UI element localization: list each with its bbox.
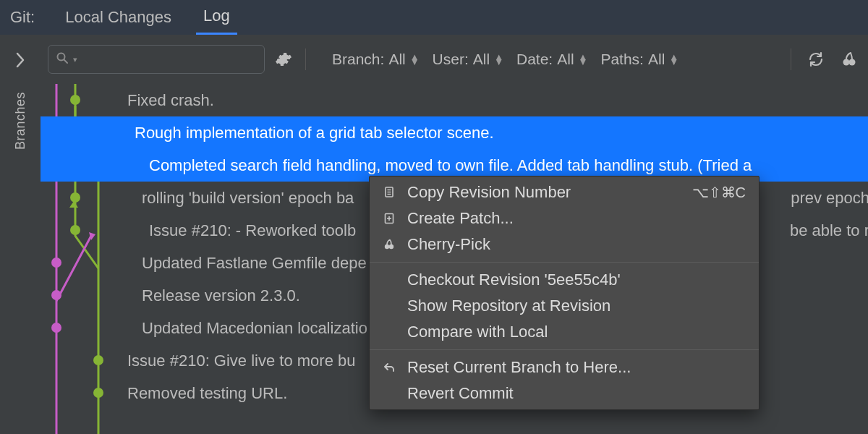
- filter-user-label: User:: [433, 51, 469, 68]
- filter-paths-value: All: [648, 51, 665, 68]
- menu-revert-commit[interactable]: Revert Commit: [370, 380, 759, 407]
- commit-message: Updated Macedonian localizatio: [142, 319, 367, 338]
- search-input-wrapper[interactable]: ▾: [48, 45, 265, 74]
- menu-create-patch[interactable]: Create Patch...: [370, 205, 759, 231]
- patch-icon: [380, 212, 399, 225]
- tab-log[interactable]: Log: [196, 0, 237, 35]
- filter-paths[interactable]: Paths: All ▲▼: [600, 51, 678, 68]
- filter-branch-value: All: [388, 51, 405, 68]
- updown-icon: ▲▼: [579, 54, 588, 64]
- tab-local-changes[interactable]: Local Changes: [58, 1, 179, 34]
- commit-message: rolling 'build version' epoch ba: [142, 189, 354, 208]
- menu-item-label: Show Repository at Revision: [407, 297, 610, 315]
- commit-message: Updated Fastlane Gemfile depe: [142, 254, 367, 273]
- top-tabs: Git: Local Changes Log: [0, 0, 868, 35]
- menu-item-label: Checkout Revision '5ee55c4b': [407, 271, 621, 289]
- commit-message: Issue #210: Give live to more bu: [127, 352, 356, 370]
- commit-message: Fixed crash.: [127, 91, 214, 110]
- filter-branch[interactable]: Branch: All ▲▼: [332, 51, 420, 68]
- filter-user[interactable]: User: All ▲▼: [433, 51, 503, 68]
- commit-message: Removed testing URL.: [127, 384, 287, 403]
- menu-reset-branch[interactable]: Reset Current Branch to Here...: [370, 354, 759, 380]
- menu-item-label: Copy Revision Number: [407, 183, 571, 202]
- commit-row[interactable]: Rough implementation of a grid tab selec…: [41, 116, 868, 149]
- expand-sidebar-icon[interactable]: [14, 51, 26, 73]
- commit-row[interactable]: Fixed crash.: [41, 84, 868, 116]
- menu-item-label: Reset Current Branch to Here...: [407, 358, 631, 377]
- menu-item-label: Compare with Local: [407, 323, 548, 341]
- filter-date[interactable]: Date: All ▲▼: [516, 51, 587, 68]
- menu-item-label: Revert Commit: [407, 384, 514, 403]
- context-menu: Copy Revision Number ⌥⇧⌘C Create Patch..…: [369, 176, 760, 410]
- menu-divider: [370, 262, 759, 263]
- cherry-pick-icon[interactable]: [841, 51, 858, 68]
- git-label: Git:: [10, 8, 35, 27]
- refresh-icon[interactable]: [807, 51, 825, 68]
- cherry-icon: [380, 238, 399, 251]
- undo-icon: [380, 361, 399, 374]
- log-toolbar: ▾ Branch: All ▲▼ User: All ▲▼ Da: [41, 35, 868, 84]
- filter-user-value: All: [473, 51, 490, 68]
- filter-date-value: All: [557, 51, 574, 68]
- menu-checkout-revision[interactable]: Checkout Revision '5ee55c4b': [370, 267, 759, 293]
- branches-vertical-label[interactable]: Branches: [13, 92, 28, 150]
- commit-message: Issue #210: - Reworked toolb: [149, 221, 356, 240]
- search-icon: [56, 51, 69, 68]
- commit-message: Release version 2.3.0.: [142, 286, 300, 305]
- updown-icon: ▲▼: [494, 54, 503, 64]
- updown-icon: ▲▼: [669, 54, 678, 64]
- menu-divider: [370, 349, 759, 350]
- filter-branch-label: Branch:: [332, 51, 384, 68]
- search-dropdown-icon[interactable]: ▾: [73, 55, 77, 64]
- gear-icon[interactable]: [275, 51, 292, 68]
- menu-shortcut: ⌥⇧⌘C: [692, 184, 746, 201]
- commit-message-right: be able to r: [790, 221, 868, 240]
- commit-message-right: prev epoch: [791, 189, 868, 208]
- filter-paths-label: Paths:: [600, 51, 644, 68]
- toolbar-divider: [791, 48, 791, 70]
- left-rail: Branches: [0, 35, 41, 434]
- svg-line-1: [64, 60, 68, 64]
- filter-date-label: Date:: [516, 51, 553, 68]
- copy-icon: [380, 186, 399, 199]
- menu-item-label: Create Patch...: [407, 209, 514, 228]
- commit-message: Rough implementation of a grid tab selec…: [135, 124, 494, 142]
- toolbar-divider: [305, 48, 306, 70]
- menu-show-repo[interactable]: Show Repository at Revision: [370, 293, 759, 319]
- menu-compare-local[interactable]: Compare with Local: [370, 319, 759, 345]
- menu-copy-revision[interactable]: Copy Revision Number ⌥⇧⌘C: [370, 179, 759, 205]
- menu-cherry-pick[interactable]: Cherry-Pick: [370, 231, 759, 258]
- commit-message: Completed search field handling, moved t…: [149, 156, 752, 175]
- menu-item-label: Cherry-Pick: [407, 235, 490, 254]
- search-input[interactable]: [82, 52, 257, 67]
- updown-icon: ▲▼: [410, 54, 420, 64]
